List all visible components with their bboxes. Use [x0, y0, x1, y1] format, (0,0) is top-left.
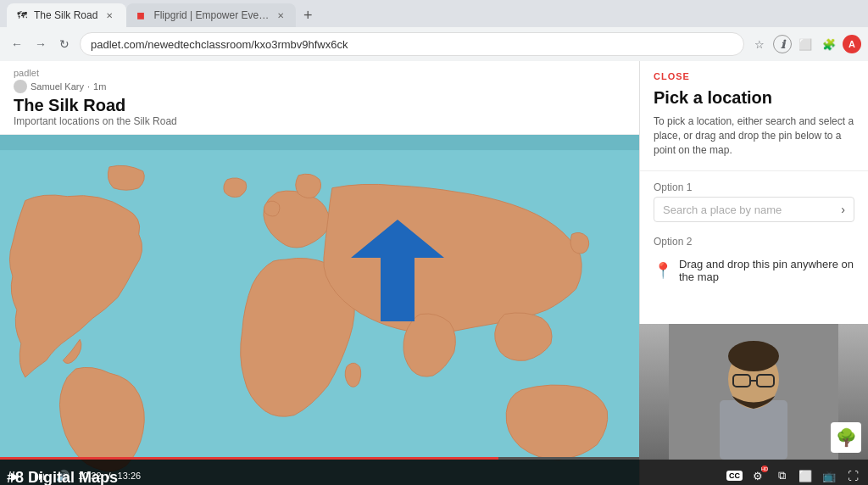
settings-badge: ⚙ HD [749, 467, 766, 484]
author-name: Samuel Kary [31, 81, 84, 92]
tab-favicon-1: 🗺 [17, 9, 29, 21]
map-container[interactable] [0, 135, 639, 485]
author-avatar [14, 80, 27, 93]
close-panel-button[interactable]: CLOSE [640, 61, 868, 85]
video-watermark: #8 Digital Maps [7, 469, 118, 485]
fullscreen-button[interactable]: ⛶ [844, 467, 861, 484]
svg-rect-5 [720, 400, 787, 460]
divider-1 [640, 170, 868, 171]
time-ago: · [87, 81, 90, 92]
tab-bar: 🗺 The Silk Road ✕ ◼ Flipgrid | Empower E… [0, 0, 868, 27]
cc-button[interactable]: CC [726, 471, 743, 481]
address-bar[interactable]: padlet.com/newedtechclassroom/kxo3rmbv9h… [80, 32, 744, 56]
option2-label: Option 2 [640, 232, 868, 254]
panel-description: To pick a location, either search and se… [640, 114, 868, 167]
new-tab-button[interactable]: + [296, 3, 320, 27]
video-controls-bar: #8 Digital Maps ▶ ⏭ 🔊 10:22 / 13:26 [0, 460, 639, 485]
pip-button[interactable]: ⧉ [773, 467, 790, 484]
right-panel: CLOSE Pick a location To pick a location… [639, 61, 868, 485]
video-controls-right: CC ⚙ HD ⧉ ⬜ 📺 ⛶ [639, 460, 868, 485]
post-time: 1m [93, 81, 106, 92]
tab-title-1: The Silk Road [34, 9, 97, 21]
profile-button[interactable]: A [843, 35, 861, 53]
reload-button[interactable]: ↻ [54, 34, 75, 54]
pin-icon: 📍 [654, 261, 672, 280]
padlet-brand: padlet [14, 68, 626, 78]
padlet-author: Samuel Kary · 1m [14, 80, 626, 93]
browser-toolbar: ← → ↻ padlet.com/newedtechclassroom/kxo3… [0, 27, 868, 61]
total-time: 13:26 [118, 471, 142, 481]
search-arrow-icon: › [841, 203, 845, 216]
option1-label: Option 1 [640, 175, 868, 197]
svg-point-7 [728, 341, 779, 371]
nav-buttons: ← → ↻ [7, 34, 75, 54]
padlet-area: padlet Samuel Kary · 1m The Silk Road Im… [0, 61, 639, 485]
tree-logo: 🌳 [831, 422, 861, 453]
back-button[interactable]: ← [7, 34, 27, 54]
video-panel: 🌳 [639, 324, 868, 460]
search-placeholder-text: Search a place by name [663, 203, 841, 216]
drag-pin-row[interactable]: 📍 Drag and drop this pin anywhere on the… [640, 254, 868, 293]
address-text: padlet.com/newedtechclassroom/kxo3rmbv9h… [91, 38, 348, 51]
bookmark-star-button[interactable]: ☆ [749, 34, 770, 54]
cast-button[interactable]: ⬜ [795, 34, 815, 54]
search-place-input[interactable]: Search a place by name › [654, 197, 854, 222]
tab-flipgrid[interactable]: ◼ Flipgrid | Empower Every Voice ✕ [126, 3, 296, 27]
video-person-view: 🌳 [639, 324, 868, 460]
tab-close-1[interactable]: ✕ [103, 8, 116, 22]
tab-close-2[interactable]: ✕ [275, 8, 286, 22]
settings-badge-dot: HD [761, 465, 768, 472]
browser-icons: ☆ ℹ ⬜ 🧩 A [749, 34, 861, 54]
main-content: padlet Samuel Kary · 1m The Silk Road Im… [0, 61, 868, 485]
world-map-svg [0, 135, 639, 485]
tab-favicon-2: ◼ [136, 9, 148, 21]
padlet-subtitle: Important locations on the Silk Road [14, 115, 626, 127]
cast-button[interactable]: 📺 [821, 467, 837, 484]
padlet-header: padlet Samuel Kary · 1m The Silk Road Im… [0, 61, 639, 135]
padlet-title: The Silk Road [14, 95, 626, 115]
extension-button[interactable]: 🧩 [819, 34, 839, 54]
person-silhouette [669, 324, 838, 460]
theatre-button[interactable]: ⬜ [797, 467, 814, 484]
drag-pin-text: Drag and drop this pin anywhere on the m… [679, 258, 854, 283]
tab-silk-road[interactable]: 🗺 The Silk Road ✕ [7, 3, 126, 27]
panel-title: Pick a location [640, 85, 868, 114]
tab-title-2: Flipgrid | Empower Every Voice [153, 9, 270, 21]
forward-button[interactable]: → [31, 34, 51, 54]
browser-menu-button[interactable]: ℹ [773, 35, 792, 53]
